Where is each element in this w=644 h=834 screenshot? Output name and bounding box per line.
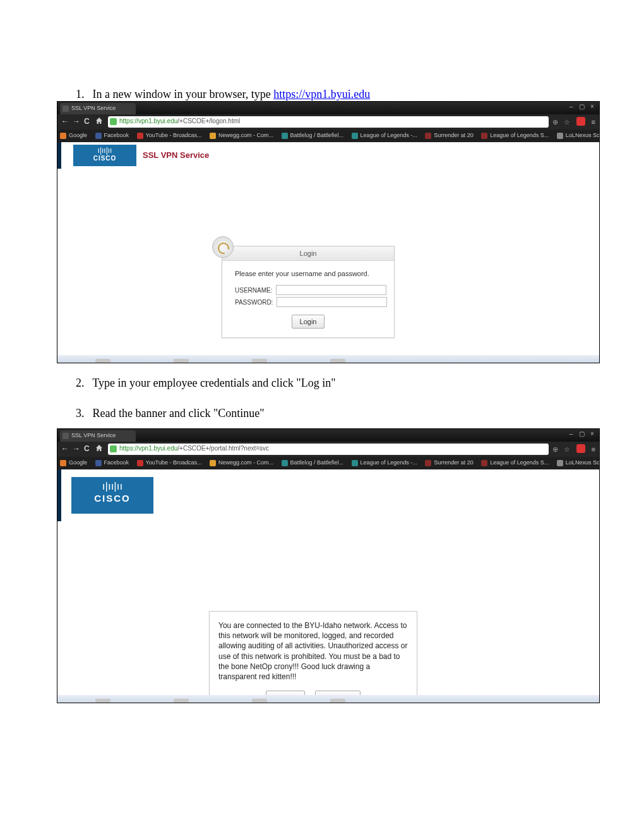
taskbar-hint	[57, 355, 599, 363]
menu-icon[interactable]: ≡	[592, 445, 595, 453]
cisco-brand-text: CISCO	[73, 155, 136, 162]
zoom-icon[interactable]: ⊕	[552, 445, 558, 453]
cisco-bars-icon: ı|ıı|ıı	[71, 477, 153, 493]
adblock-icon[interactable]	[576, 117, 585, 126]
forward-button[interactable]: →	[73, 117, 80, 126]
close-button[interactable]: ×	[588, 430, 597, 437]
window-titlebar: SSL VPN Service – ▢ ×	[57, 102, 599, 114]
page-title: SSL VPN Service	[143, 150, 209, 160]
cisco-brand-text: CISCO	[71, 493, 153, 504]
bookmark-item[interactable]: Google	[60, 459, 87, 466]
bookmarks-bar: Google Facebook YouTube - Broadcas... Ne…	[57, 130, 599, 142]
login-button[interactable]: Login	[292, 315, 325, 329]
login-title: Login	[222, 246, 394, 261]
bookmark-item[interactable]: YouTube - Broadcas...	[137, 459, 202, 466]
cisco-logo: ı|ıı|ıı CISCO	[71, 477, 153, 514]
password-input[interactable]	[277, 297, 387, 307]
bookmark-star-icon[interactable]: ☆	[564, 118, 570, 126]
toolbar-right: ⊕ ☆ ≡	[552, 444, 595, 454]
bookmark-item[interactable]: Battlelog / Battlefiel...	[282, 459, 344, 466]
url-rest: /+CSCOE+/logon.html	[177, 118, 240, 124]
back-button[interactable]: ←	[61, 444, 69, 453]
step-2-text: Type in your employee credentials and cl…	[92, 377, 335, 389]
url-secure-part: https://vpn1.byui.edu	[119, 445, 177, 452]
step-1-number: 1.	[76, 87, 90, 102]
screenshot-banner: SSL VPN Service – ▢ × ← → C https://vpn1…	[57, 428, 600, 703]
bookmark-item[interactable]: YouTube - Broadcas...	[137, 132, 202, 138]
login-instruction: Please enter your username and password.	[235, 270, 381, 277]
bookmark-item[interactable]: Google	[60, 132, 87, 138]
step-3: 3. Read the banner and click "Continue"	[76, 406, 587, 421]
step-1-text-a: In a new window in your browser, type	[93, 88, 274, 100]
username-label: USERNAME:	[235, 287, 272, 294]
page-header: ı|ıı|ıı CISCO SSL VPN Service	[57, 142, 599, 169]
bookmark-item[interactable]: Battlelog / Battlefiel...	[282, 132, 344, 138]
bookmark-item[interactable]: Surrender at 20	[425, 459, 474, 466]
step-2-number: 2.	[76, 376, 90, 390]
step-3-number: 3.	[76, 406, 90, 421]
forward-button[interactable]: →	[73, 444, 80, 453]
bookmark-item[interactable]: Facebook	[95, 132, 129, 138]
key-icon	[212, 236, 234, 258]
step-1: 1. In a new window in your browser, type…	[76, 87, 587, 102]
toolbar-right: ⊕ ☆ ≡	[552, 117, 595, 126]
login-title-text: Login	[300, 250, 317, 257]
banner-dialog: You are connected to the BYU-Idaho netwo…	[209, 611, 417, 703]
minimize-button[interactable]: –	[566, 103, 575, 110]
step-3-text: Read the banner and click "Continue"	[93, 407, 265, 420]
address-bar[interactable]: https://vpn1.byui.edu/+CSCOE+/logon.html	[108, 116, 549, 128]
screenshot-login: SSL VPN Service – ▢ × ← → C https://vpn1…	[57, 101, 600, 363]
zoom-icon[interactable]: ⊕	[552, 118, 558, 126]
cisco-bars-icon: ı|ıı|ıı	[73, 145, 136, 155]
bookmarks-bar: Google Facebook YouTube - Broadcas... Ne…	[57, 457, 599, 469]
username-input[interactable]	[276, 285, 386, 295]
login-dialog: Login Please enter your username and pas…	[222, 246, 395, 338]
url-secure-part: https://vpn1.byui.edu	[119, 118, 177, 124]
url-rest: /+CSCOE+/portal.html?next=svc	[177, 445, 269, 452]
close-button[interactable]: ×	[588, 103, 597, 110]
browser-toolbar: ← → C https://vpn1.byui.edu/+CSCOE+/port…	[57, 442, 599, 457]
home-button[interactable]	[95, 117, 103, 126]
step-2: 2. Type in your employee credentials and…	[76, 376, 587, 390]
browser-tab[interactable]: SSL VPN Service	[60, 430, 136, 442]
browser-toolbar: ← → C https://vpn1.byui.edu/+CSCOE+/logo…	[57, 114, 599, 130]
bookmark-item[interactable]: League of Legends -...	[352, 459, 417, 466]
adblock-icon[interactable]	[576, 444, 585, 453]
bookmark-star-icon[interactable]: ☆	[564, 445, 570, 453]
back-button[interactable]: ←	[61, 117, 69, 126]
content-area: You are connected to the BYU-Idaho netwo…	[57, 521, 599, 695]
password-label: PASSWORD:	[235, 299, 273, 306]
menu-icon[interactable]: ≡	[592, 118, 595, 126]
maximize-button[interactable]: ▢	[577, 103, 586, 110]
bookmark-item[interactable]: Facebook	[95, 459, 129, 466]
bookmark-item[interactable]: League of Legends -...	[352, 132, 417, 138]
bookmark-item[interactable]: LoLNexus Scouter	[557, 459, 599, 466]
content-area: Login Please enter your username and pas…	[57, 169, 599, 355]
home-button[interactable]	[95, 444, 103, 454]
window-buttons: – ▢ ×	[566, 430, 597, 437]
taskbar-hint	[57, 695, 599, 703]
page-header: ı|ıı|ıı CISCO	[57, 469, 599, 522]
bookmark-item[interactable]: Surrender at 20	[425, 132, 474, 138]
bookmark-item[interactable]: Newegg.com - Com...	[210, 459, 273, 466]
reload-button[interactable]: C	[84, 117, 90, 126]
window-buttons: – ▢ ×	[566, 103, 597, 110]
reload-button[interactable]: C	[84, 444, 90, 453]
maximize-button[interactable]: ▢	[577, 430, 586, 437]
cisco-logo: ı|ıı|ıı CISCO	[73, 145, 136, 166]
window-titlebar: SSL VPN Service – ▢ ×	[57, 429, 599, 442]
step-1-link[interactable]: https://vpn1.byui.edu	[273, 88, 370, 100]
bookmark-item[interactable]: LoLNexus Scouter	[557, 132, 599, 138]
address-bar[interactable]: https://vpn1.byui.edu/+CSCOE+/portal.htm…	[108, 444, 549, 455]
bookmark-item[interactable]: Newegg.com - Com...	[210, 132, 273, 138]
banner-text: You are connected to the BYU-Idaho netwo…	[218, 620, 408, 682]
bookmark-item[interactable]: League of Legends S...	[481, 132, 549, 138]
minimize-button[interactable]: –	[566, 430, 575, 437]
browser-tab[interactable]: SSL VPN Service	[60, 103, 136, 114]
bookmark-item[interactable]: League of Legends S...	[481, 459, 549, 466]
